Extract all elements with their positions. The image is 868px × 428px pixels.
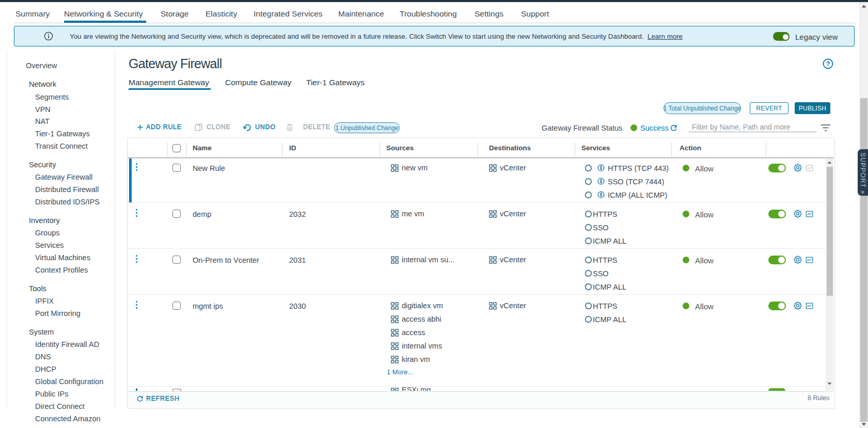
svg-text:?: ?	[826, 60, 830, 68]
